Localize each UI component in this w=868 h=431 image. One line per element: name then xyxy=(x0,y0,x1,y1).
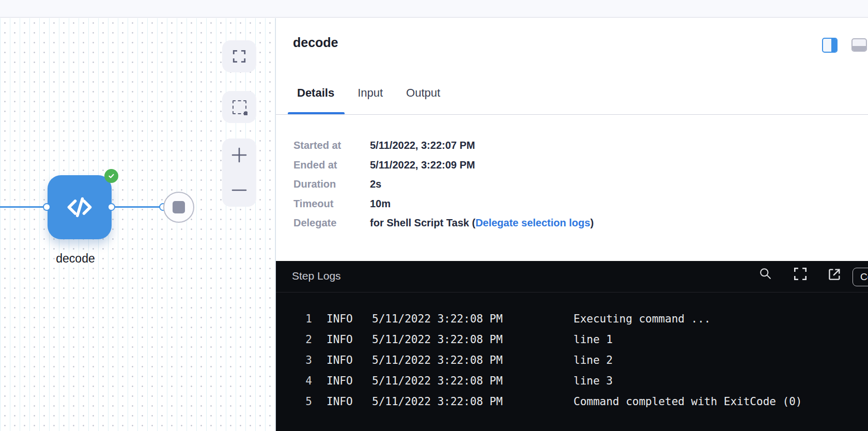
pipeline-canvas[interactable]: decode xyxy=(0,18,276,431)
node-label: decode xyxy=(21,252,130,266)
tab-input[interactable]: Input xyxy=(358,86,383,100)
log-search-button[interactable] xyxy=(758,267,772,282)
zoom-out-icon[interactable] xyxy=(231,182,247,198)
step-logs-title: Step Logs xyxy=(292,270,341,282)
step-details-panel: decode Details Input Output Started at 5… xyxy=(276,18,868,261)
layout-right-pane-icon xyxy=(831,39,836,52)
layout-bottom-pane-icon xyxy=(853,46,866,51)
log-row: 1 INFO 5/11/2022 3:22:08 PM Executing co… xyxy=(276,309,868,329)
external-link-icon xyxy=(827,267,842,282)
step-node-decode[interactable] xyxy=(48,175,112,239)
search-icon xyxy=(758,267,772,281)
log-timestamp: 5/11/2022 3:22:08 PM xyxy=(372,395,574,408)
pipeline-execution-screen: decode decode xyxy=(0,0,868,431)
log-line-number: 4 xyxy=(276,375,312,387)
panel-title: decode xyxy=(293,35,338,50)
log-level: INFO xyxy=(312,313,372,325)
log-rows: 1 INFO 5/11/2022 3:22:08 PM Executing co… xyxy=(276,309,868,412)
log-message: line 1 xyxy=(574,333,868,346)
tab-details[interactable]: Details xyxy=(297,86,334,100)
log-message: line 2 xyxy=(574,354,868,366)
log-level: INFO xyxy=(312,375,372,387)
detail-tabs: Details Input Output xyxy=(297,80,440,106)
log-row: 2 INFO 5/11/2022 3:22:08 PM line 1 xyxy=(276,329,868,350)
pipeline-end-node xyxy=(163,192,194,223)
edge-incoming xyxy=(0,206,45,208)
log-timestamp: 5/11/2022 3:22:08 PM xyxy=(372,354,574,366)
detail-row-started-at: Started at 5/11/2022, 3:22:07 PM xyxy=(276,136,868,156)
log-line-number: 2 xyxy=(276,333,312,346)
zoom-in-icon[interactable] xyxy=(231,147,247,163)
log-timestamp: 5/11/2022 3:22:08 PM xyxy=(372,375,574,387)
log-level: INFO xyxy=(312,354,372,366)
log-timestamp: 5/11/2022 3:22:08 PM xyxy=(372,333,574,346)
detail-label: Delegate xyxy=(293,217,370,229)
success-badge xyxy=(104,169,118,183)
delegate-selection-logs-link[interactable]: Delegate selection logs xyxy=(475,217,590,228)
detail-value: 10m xyxy=(370,198,391,210)
log-line-number: 3 xyxy=(276,354,312,366)
detail-row-ended-at: Ended at 5/11/2022, 3:22:09 PM xyxy=(276,156,868,175)
fullscreen-icon xyxy=(231,49,247,64)
zoom-control[interactable] xyxy=(222,138,256,207)
tab-output[interactable]: Output xyxy=(406,86,440,100)
expand-icon xyxy=(793,266,808,282)
log-message: Command completed with ExitCode (0) xyxy=(574,395,868,408)
port-node-out xyxy=(107,203,115,211)
log-message: line 3 xyxy=(574,375,868,387)
logs-header-divider xyxy=(276,292,868,293)
detail-label: Ended at xyxy=(293,159,370,171)
step-logs-panel: Step Logs xyxy=(276,261,868,431)
log-line-number: 5 xyxy=(276,395,312,408)
detail-label: Started at xyxy=(293,140,370,151)
detail-row-delegate: Delegate for Shell Script Task (Delegate… xyxy=(276,213,868,233)
log-level: INFO xyxy=(312,333,372,346)
tabs-divider xyxy=(276,114,868,115)
log-line-number: 1 xyxy=(276,313,312,325)
log-message: Executing command ... xyxy=(574,313,868,325)
detail-row-timeout: Timeout 10m xyxy=(276,194,868,214)
detail-value: 5/11/2022, 3:22:07 PM xyxy=(370,140,475,151)
log-row: 3 INFO 5/11/2022 3:22:08 PM line 2 xyxy=(276,350,868,371)
delegate-value-prefix: for Shell Script Task ( xyxy=(370,217,475,228)
detail-value: 5/11/2022, 3:22:09 PM xyxy=(370,159,475,171)
stop-icon xyxy=(173,201,185,213)
log-timestamp: 5/11/2022 3:22:08 PM xyxy=(372,313,574,325)
marquee-select-button[interactable] xyxy=(222,91,256,123)
detail-value: 2s xyxy=(370,178,381,190)
top-bar xyxy=(0,0,868,18)
step-logs-header: Step Logs xyxy=(276,261,868,292)
detail-label: Timeout xyxy=(293,198,370,210)
detail-value: for Shell Script Task (Delegate selectio… xyxy=(370,217,594,229)
marquee-icon xyxy=(233,100,246,114)
console-view-button[interactable]: Co xyxy=(853,268,868,286)
open-in-new-tab-button[interactable] xyxy=(827,267,842,283)
layout-bottom-pane-toggle[interactable] xyxy=(851,38,867,52)
detail-label: Duration xyxy=(293,178,370,190)
port-node-in xyxy=(43,203,51,211)
log-expand-button[interactable] xyxy=(793,266,808,283)
log-row: 5 INFO 5/11/2022 3:22:08 PM Command comp… xyxy=(276,391,868,412)
code-icon xyxy=(65,192,95,222)
edge-outgoing xyxy=(112,206,163,208)
delegate-value-suffix: ) xyxy=(590,217,594,228)
detail-row-duration: Duration 2s xyxy=(276,175,868,194)
log-level: INFO xyxy=(312,395,372,408)
check-icon xyxy=(107,172,115,180)
log-row: 4 INFO 5/11/2022 3:22:08 PM line 3 xyxy=(276,371,868,391)
layout-right-pane-toggle[interactable] xyxy=(822,38,838,53)
fit-to-screen-button[interactable] xyxy=(222,40,256,72)
details-list: Started at 5/11/2022, 3:22:07 PM Ended a… xyxy=(276,136,868,233)
